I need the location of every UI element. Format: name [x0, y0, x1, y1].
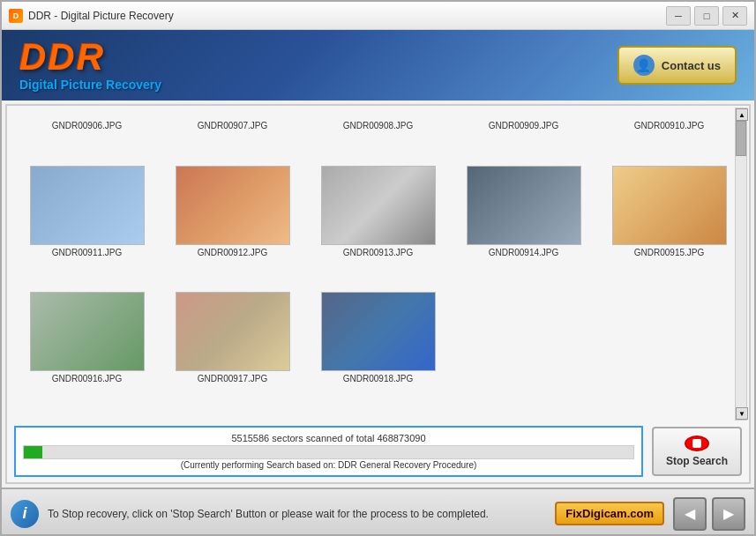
progress-status: (Currently performing Search based on: D…: [23, 460, 634, 470]
window-title: DDR - Digital Picture Recovery: [28, 10, 174, 22]
gallery-item[interactable]: GNDR00916.JPG: [14, 287, 160, 413]
scrollbar-track[interactable]: ▲ ▼: [735, 108, 747, 421]
gallery-label: GNDR00917.JPG: [198, 374, 267, 383]
gallery-thumb: [321, 292, 436, 371]
stop-icon-inner: [692, 439, 701, 448]
gallery-item[interactable]: GNDR00912.JPG: [160, 160, 305, 287]
contact-button[interactable]: 👤 Contact us: [618, 46, 737, 85]
info-icon: i: [11, 500, 39, 528]
gallery-label: GNDR00912.JPG: [198, 248, 267, 257]
bottom-info-text: To Stop recovery, click on 'Stop Search'…: [48, 508, 546, 520]
stop-search-button[interactable]: Stop Search: [652, 427, 742, 476]
stop-label: Stop Search: [666, 455, 728, 467]
progress-box: 5515586 sectors scanned of total 4688730…: [14, 426, 643, 477]
gallery-item[interactable]: GNDR00907.JPG: [160, 113, 305, 160]
contact-label: Contact us: [662, 59, 721, 72]
ddr-logo: DDR: [19, 39, 161, 76]
progress-area: 5515586 sectors scanned of total 4688730…: [7, 421, 749, 482]
gallery-item[interactable]: GNDR00917.JPG: [160, 287, 305, 413]
title-bar: D DDR - Digital Picture Recovery ─ □ ✕: [2, 2, 754, 30]
brand-badge: FixDigicam.com: [555, 502, 664, 525]
gallery-item[interactable]: GNDR00915.JPG: [596, 160, 742, 287]
gallery-item[interactable]: GNDR00913.JPG: [305, 160, 451, 287]
app-icon: D: [9, 9, 23, 23]
gallery-item[interactable]: GNDR00909.JPG: [451, 113, 596, 160]
gallery-item[interactable]: GNDR00906.JPG: [14, 113, 160, 160]
scroll-down-arrow[interactable]: ▼: [736, 407, 748, 420]
header: DDR Digital Picture Recovery 👤 Contact u…: [2, 30, 754, 100]
scroll-up-arrow[interactable]: ▲: [736, 108, 748, 121]
scrollbar-thumb[interactable]: [736, 121, 746, 156]
header-left: DDR Digital Picture Recovery: [19, 39, 161, 92]
gallery-thumb: [176, 292, 290, 371]
gallery-thumb: [176, 166, 290, 245]
forward-button[interactable]: ▶: [712, 497, 745, 531]
nav-buttons: ◀ ▶: [673, 497, 745, 531]
maximize-button[interactable]: □: [694, 6, 719, 26]
gallery-label: GNDR00909.JPG: [489, 121, 558, 130]
gallery: GNDR00906.JPGGNDR00907.JPGGNDR00908.JPGG…: [7, 106, 749, 421]
main-content: GNDR00906.JPGGNDR00907.JPGGNDR00908.JPGG…: [5, 104, 751, 484]
gallery-thumb: [30, 292, 145, 371]
gallery-label: GNDR00915.JPG: [634, 248, 704, 257]
contact-icon: 👤: [633, 55, 655, 76]
gallery-item[interactable]: GNDR00910.JPG: [596, 113, 742, 160]
gallery-item[interactable]: GNDR00918.JPG: [305, 287, 451, 413]
stop-icon: [685, 436, 709, 451]
gallery-thumb: [30, 166, 145, 245]
bottom-bar: i To Stop recovery, click on 'Stop Searc…: [2, 488, 754, 536]
minimize-button[interactable]: ─: [666, 6, 691, 26]
gallery-label: GNDR00918.JPG: [343, 374, 413, 383]
title-bar-left: D DDR - Digital Picture Recovery: [9, 9, 174, 23]
gallery-thumb: [612, 166, 727, 245]
gallery-label: GNDR00914.JPG: [489, 248, 558, 257]
gallery-label: GNDR00910.JPG: [634, 121, 704, 130]
gallery-label: GNDR00907.JPG: [198, 121, 267, 130]
back-button[interactable]: ◀: [673, 497, 707, 531]
progress-bar-fill: [24, 446, 42, 458]
gallery-label: GNDR00911.JPG: [52, 248, 122, 257]
title-bar-controls: ─ □ ✕: [666, 6, 747, 26]
gallery-label: GNDR00913.JPG: [343, 248, 413, 257]
sectors-text: 5515586 sectors scanned of total 4688730…: [23, 433, 634, 443]
gallery-item[interactable]: GNDR00914.JPG: [451, 160, 596, 287]
gallery-thumb: [467, 166, 581, 245]
gallery-label: GNDR00908.JPG: [343, 121, 413, 130]
gallery-thumb: [321, 166, 436, 245]
gallery-label: GNDR00916.JPG: [52, 374, 122, 383]
gallery-item[interactable]: GNDR00911.JPG: [14, 160, 160, 287]
close-button[interactable]: ✕: [722, 6, 747, 26]
progress-bar-container: [23, 445, 634, 459]
gallery-item[interactable]: GNDR00908.JPG: [305, 113, 451, 160]
header-subtitle: Digital Picture Recovery: [19, 78, 161, 92]
gallery-label: GNDR00906.JPG: [52, 121, 122, 130]
